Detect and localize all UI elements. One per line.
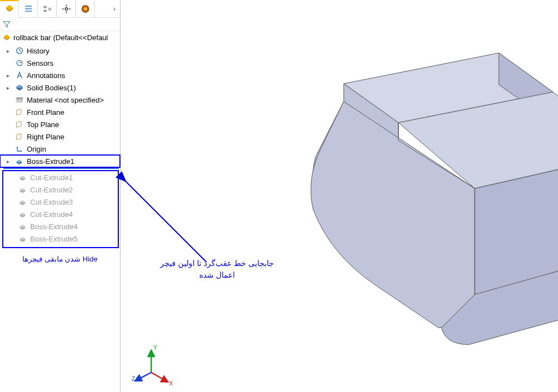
annotation-arrow-text: جابجایی خط عقب‌گرد تا اولین فیچر اعمال ش…	[153, 258, 281, 281]
target-icon	[61, 4, 71, 14]
axis-z-label: Z	[132, 376, 135, 382]
svg-rect-11	[16, 99, 23, 100]
tab-dimxpert[interactable]	[57, 0, 76, 18]
tree-item-boss-extrude1[interactable]: ▸ Boss-Extrude1	[0, 155, 120, 167]
expand-arrow-icon[interactable]: ▸	[7, 48, 12, 54]
tab-property-manager[interactable]	[19, 0, 38, 18]
svg-rect-4	[44, 9, 46, 12]
feature-tree: ▸ History Sensors ▸ Annotations ▸ Solid …	[0, 43, 120, 263]
model-3d[interactable]	[282, 50, 558, 346]
cut-extrude-icon	[18, 197, 28, 207]
expand-arrow-icon[interactable]: ▸	[7, 72, 12, 79]
plane-icon	[15, 107, 25, 117]
tree-label: Boss-Extrude5	[30, 235, 78, 243]
tree-label: Solid Bodies(1)	[27, 84, 76, 92]
tree-label: Material <not specified>	[27, 96, 104, 104]
svg-line-23	[135, 372, 151, 381]
tree-item-cut-extrude1[interactable]: Cut-Extrude1	[3, 171, 118, 183]
tree-label: Cut-Extrude1	[30, 173, 73, 182]
cut-extrude-icon	[18, 172, 28, 182]
tree-label: Origin	[27, 145, 46, 153]
appearance-icon	[80, 4, 90, 14]
annotation-hide-text: Hide شدن مابقی فیچرها	[0, 255, 120, 263]
sensors-icon	[15, 58, 25, 68]
boss-extrude-icon	[18, 221, 28, 231]
orientation-triad[interactable]: Y X Z	[132, 342, 176, 386]
tree-item-history[interactable]: ▸ History	[0, 45, 120, 57]
tree-item-cut-extrude2[interactable]: Cut-Extrude2	[3, 183, 118, 196]
plane-icon	[15, 119, 25, 129]
tree-item-sensors[interactable]: Sensors	[0, 57, 120, 69]
funnel-icon[interactable]	[2, 20, 11, 29]
svg-rect-2	[25, 11, 32, 12]
filter-row	[0, 18, 120, 31]
tree-item-material[interactable]: Material <not specified>	[0, 94, 120, 106]
tree-item-solid-bodies[interactable]: ▸ Solid Bodies(1)	[0, 81, 120, 94]
tree-item-top-plane[interactable]: Top Plane	[0, 118, 120, 130]
boss-extrude-icon	[15, 156, 25, 166]
tree-label: Boss-Extrude4	[30, 222, 78, 231]
tree-item-annotations[interactable]: ▸ Annotations	[0, 69, 120, 81]
svg-line-22	[151, 372, 168, 382]
tab-configuration[interactable]	[38, 0, 57, 18]
origin-icon	[15, 144, 25, 154]
solid-bodies-icon	[15, 83, 25, 93]
annotations-icon	[15, 70, 25, 80]
tree-label: Cut-Extrude3	[30, 198, 73, 206]
root-name: rollback bar	[13, 33, 51, 42]
tree-label: Right Plane	[27, 133, 64, 141]
feature-tree-sidebar: › rollback bar (Default<<Defaul ▸ Histor…	[0, 0, 121, 392]
tree-label: Sensors	[27, 59, 54, 67]
tab-feature-tree[interactable]	[0, 0, 19, 18]
tree-item-cut-extrude4[interactable]: Cut-Extrude4	[3, 208, 118, 220]
svg-point-7	[81, 5, 89, 13]
tab-display[interactable]	[76, 0, 95, 18]
axis-x-label: X	[169, 380, 173, 386]
model-viewport[interactable]: Y X Z	[121, 0, 558, 392]
panel-tab-row: ›	[0, 0, 120, 18]
part-icon	[2, 33, 11, 42]
tab-overflow[interactable]: ›	[109, 4, 120, 13]
boss-extrude-icon	[18, 234, 28, 244]
tree-label: Cut-Extrude4	[30, 210, 73, 219]
plane-icon	[15, 132, 25, 142]
svg-rect-0	[25, 6, 32, 7]
cut-extrude-icon	[18, 209, 28, 219]
root-suffix: (Default<<Defaul	[53, 33, 108, 42]
tree-item-boss-extrude5[interactable]: Boss-Extrude5	[3, 233, 118, 245]
tree-label: Front Plane	[27, 108, 64, 117]
svg-rect-12	[16, 101, 23, 103]
svg-rect-3	[44, 6, 46, 8]
list-icon	[23, 4, 33, 14]
tree-item-right-plane[interactable]: Right Plane	[0, 130, 120, 143]
expand-arrow-icon[interactable]: ▸	[7, 158, 12, 164]
history-icon	[15, 46, 25, 56]
tree-label: Annotations	[27, 71, 65, 80]
axis-y-label: Y	[153, 345, 157, 351]
svg-rect-1	[25, 8, 32, 9]
tree-item-front-plane[interactable]: Front Plane	[0, 106, 120, 118]
tree-item-origin[interactable]: Origin	[0, 143, 120, 155]
svg-rect-10	[16, 98, 23, 99]
config-icon	[42, 4, 52, 14]
svg-point-6	[65, 7, 68, 10]
suppressed-features-box: Cut-Extrude1 Cut-Extrude2 Cut-Extrude3 C…	[2, 170, 119, 248]
assembly-icon	[4, 3, 15, 13]
tree-root[interactable]: rollback bar (Default<<Defaul	[0, 31, 120, 43]
expand-arrow-icon[interactable]: ▸	[7, 85, 12, 91]
material-icon	[15, 95, 25, 105]
tree-label: Boss-Extrude1	[27, 157, 74, 166]
tree-label: History	[27, 47, 49, 55]
svg-rect-5	[48, 7, 51, 10]
tree-label: Top Plane	[27, 120, 59, 129]
tree-item-boss-extrude4[interactable]: Boss-Extrude4	[3, 220, 118, 233]
rollback-bar[interactable]	[3, 167, 119, 169]
cut-extrude-icon	[18, 185, 28, 195]
tree-item-cut-extrude3[interactable]: Cut-Extrude3	[3, 196, 118, 208]
tree-label: Cut-Extrude2	[30, 186, 73, 194]
